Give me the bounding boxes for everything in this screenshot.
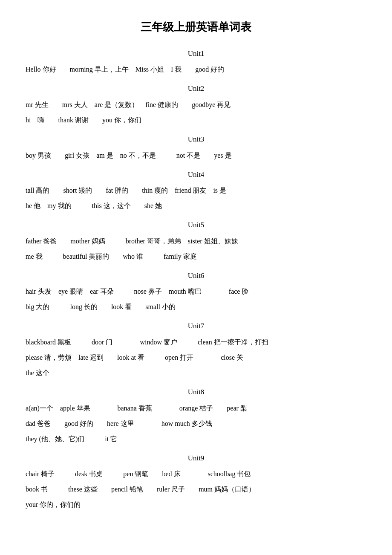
unit-header-1: Unit1 <box>26 47 366 61</box>
content-area: Unit1Hello 你好 morning 早上，上午 Miss 小姐 I 我 … <box>26 47 366 512</box>
unit-header-4: Unit4 <box>26 168 366 182</box>
vocab-line-unit2-0: mr 先生 mrs 夫人 are 是（复数） fine 健康的 goodbye … <box>26 98 366 112</box>
unit-header-8: Unit8 <box>26 386 366 399</box>
vocab-line-unit8-2: they (他、她、它)们 it 它 <box>26 432 366 446</box>
unit-header-3: Unit3 <box>26 133 366 146</box>
vocab-line-unit9-1: book 书 these 这些 pencil 铅笔 ruler 尺子 mum 妈… <box>26 483 366 496</box>
vocab-line-unit9-2: your 你的，你们的 <box>26 498 366 512</box>
vocab-line-unit7-1: please 请，劳烦 late 迟到 look at 看 open 打开 cl… <box>26 351 366 364</box>
unit-header-9: Unit9 <box>26 452 366 465</box>
vocab-line-unit4-0: tall 高的 short 矮的 fat 胖的 thin 瘦的 friend 朋… <box>26 184 366 197</box>
vocab-line-unit6-1: big 大的 long 长的 look 看 small 小的 <box>26 300 366 314</box>
unit-header-5: Unit5 <box>26 219 366 232</box>
vocab-line-unit6-0: hair 头发 eye 眼睛 ear 耳朵 nose 鼻子 mouth 嘴巴 f… <box>26 285 366 298</box>
vocab-line-unit5-0: father 爸爸 mother 妈妈 brother 哥哥，弟弟 sister… <box>26 234 366 248</box>
vocab-line-unit7-0: blackboard 黑板 door 门 window 窗户 clean 把一擦… <box>26 335 366 349</box>
vocab-line-unit9-0: chair 椅子 desk 书桌 pen 钢笔 bed 床 schoolbag … <box>26 467 366 481</box>
vocab-line-unit7-2: the 这个 <box>26 366 366 380</box>
vocab-line-unit8-1: dad 爸爸 good 好的 here 这里 how much 多少钱 <box>26 417 366 431</box>
vocab-line-unit4-1: he 他 my 我的 this 这，这个 she 她 <box>26 199 366 213</box>
vocab-line-unit3-0: boy 男孩 girl 女孩 am 是 no 不，不是 not 不是 yes 是 <box>26 149 366 162</box>
vocab-line-unit8-0: a(an)一个 apple 苹果 banana 香蕉 orange 桔子 pea… <box>26 402 366 415</box>
vocab-line-unit5-1: me 我 beautiful 美丽的 who 谁 family 家庭 <box>26 250 366 263</box>
page-title: 三年级上册英语单词表 <box>26 17 366 37</box>
vocab-line-unit2-1: hi 嗨 thank 谢谢 you 你，你们 <box>26 113 366 127</box>
unit-header-7: Unit7 <box>26 320 366 333</box>
vocab-line-unit1-0: Hello 你好 morning 早上，上午 Miss 小姐 I 我 good … <box>26 63 366 76</box>
unit-header-2: Unit2 <box>26 82 366 95</box>
unit-header-6: Unit6 <box>26 269 366 283</box>
